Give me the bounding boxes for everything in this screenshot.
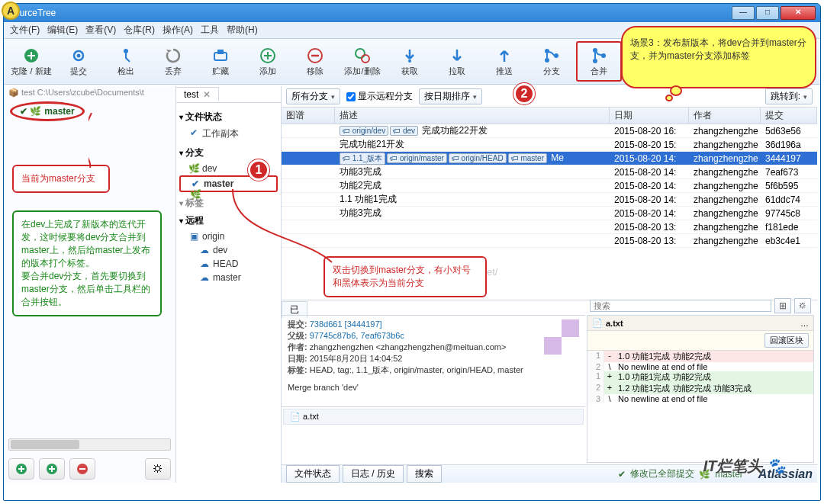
diff-hunk-header: 回滚区块 (587, 331, 813, 351)
col-author[interactable]: 作者 (689, 108, 761, 124)
status-tab-filestate[interactable]: 文件状态 (286, 465, 340, 483)
watermark-author: IT烂笔头 🐾 (703, 456, 786, 477)
tree-sec-branches[interactable]: 分支 (179, 146, 278, 159)
titlebar[interactable]: SourceTree — □ ✕ (4, 4, 820, 22)
filter-sort[interactable]: 按日期排序 (419, 88, 482, 104)
maximize-button[interactable]: □ (756, 6, 779, 20)
changed-file[interactable]: 📄 a.txt (283, 409, 584, 425)
tool-checkout[interactable]: 检出 (103, 43, 149, 80)
col-graph[interactable]: 图谱 (282, 108, 335, 124)
svg-rect-5 (217, 50, 224, 54)
diff-line: 2\No newline at end of file (587, 362, 813, 371)
repo-tab[interactable]: test✕ (176, 87, 219, 101)
svg-point-10 (408, 59, 411, 63)
col-date[interactable]: 日期 (610, 108, 689, 124)
menu-edit[interactable]: 编辑(E) (47, 24, 78, 37)
svg-point-2 (77, 54, 81, 58)
status-tab-search[interactable]: 搜索 (407, 465, 442, 483)
status-tab-log[interactable]: 日志 / 历史 (343, 465, 404, 483)
svg-point-15 (593, 59, 597, 63)
left-bottom-controls: ⛭ (8, 458, 171, 480)
window-controls: — □ ✕ (732, 6, 816, 20)
diff-options-icon[interactable]: ⊞ (774, 298, 791, 313)
badge-1: 1 (248, 159, 269, 181)
tool-push[interactable]: 推送 (481, 43, 527, 80)
btn-db-add[interactable] (8, 458, 34, 480)
chk-show-remote[interactable]: 显示远程分支 (346, 90, 413, 103)
diff-line: 3\No newline at end of file (587, 394, 813, 403)
tool-branch[interactable]: 分支 (529, 43, 575, 80)
diff-search-input[interactable] (590, 300, 771, 312)
diff-panel: 📄 a.txt … 回滚区块 1-1.0 功能1完成 功能2完成2\No new… (587, 315, 814, 463)
diff-file-header[interactable]: 📄 a.txt … (587, 316, 813, 331)
badge-2: 2 (513, 83, 535, 104)
cloud-scenario3: 场景3：发布新版本，将dev合并到master分支，并为master分支添加标签 (621, 26, 816, 99)
branch-icon: 🌿 (188, 163, 199, 174)
svg-point-9 (362, 55, 369, 63)
btn-remove[interactable] (69, 458, 95, 480)
tool-commit[interactable]: 提交 (56, 43, 101, 80)
commit-row[interactable]: 🏷 1.1_版本🏷 origin/master🏷 origin/HEAD🏷 ma… (282, 152, 817, 165)
tool-clone[interactable]: 克隆 / 新建 (8, 43, 54, 80)
svg-point-8 (356, 49, 365, 58)
commit-row[interactable]: 🏷 origin/dev🏷 dev 完成功能22开发2015-08-20 16:… (282, 124, 817, 138)
tab-strip: test✕ (176, 86, 281, 103)
menu-action[interactable]: 操作(A) (163, 24, 193, 37)
tool-add[interactable]: 添加 (245, 43, 291, 80)
tool-add-remove[interactable]: 添加/删除 (340, 43, 385, 80)
col-desc[interactable]: 描述 (335, 108, 610, 124)
tool-merge[interactable]: 合并 (576, 41, 622, 82)
repo-path: 📦 test C:\Users\zcube\Documents\t (4, 86, 175, 99)
svg-point-3 (124, 49, 128, 53)
changed-files: 📄 a.txt (282, 406, 585, 463)
current-branch-pill[interactable]: ✔ 🌿 master (10, 101, 85, 121)
svg-point-12 (545, 58, 549, 63)
commit-msg: Merge branch 'dev' (288, 382, 579, 393)
repo-tree: test✕ 文件状态 ✔工作副本 分支 🌿dev ✔🌿master 标签 远程 … (176, 86, 282, 483)
menu-repo[interactable]: 仓库(R) (124, 24, 155, 37)
tool-stash[interactable]: 贮藏 (198, 43, 243, 80)
callout-instructions: 在dev上完成了新版本的迭代开发，这时候要将dev分支合并到master上，然后… (12, 210, 162, 316)
diff-line: 2+1.2 功能1完成 功能2完成 功能3完成 (587, 383, 813, 394)
diff-line: 1+1.0 功能1完成 功能2完成 (587, 371, 813, 383)
left-scrollbar[interactable] (8, 438, 171, 454)
diff-line: 1-1.0 功能1完成 功能2完成 (587, 351, 813, 362)
commit-row[interactable]: 完成功能21开发2015-08-20 15:zhangzhengzhe36d19… (282, 138, 817, 152)
minimize-button[interactable]: — (732, 6, 755, 20)
menu-tools[interactable]: 工具 (201, 24, 219, 37)
close-button[interactable]: ✕ (781, 6, 816, 20)
btn-folder-add[interactable] (39, 458, 65, 480)
author-avatar (544, 319, 579, 355)
grid-header: 图谱 描述 日期 作者 提交 (282, 108, 817, 124)
col-commit[interactable]: 提交 (761, 108, 817, 124)
menu-view[interactable]: 查看(V) (85, 24, 116, 37)
diff-tools: ⊞ ⛭ (587, 297, 814, 315)
branch-icon: ✔🌿 (190, 178, 201, 200)
btn-settings-left[interactable]: ⛭ (145, 458, 171, 480)
filter-all-branches[interactable]: 所有分支 (286, 88, 340, 104)
status-ok-icon: ✔ (618, 469, 626, 480)
check-icon: ✔ (188, 127, 199, 138)
menu-help[interactable]: 帮助(H) (227, 24, 258, 37)
diff-body: 1-1.0 功能1完成 功能2完成2\No newline at end of … (587, 351, 813, 403)
tree-workcopy[interactable]: ✔工作副本 (179, 126, 278, 142)
tool-discard[interactable]: 丢弃 (150, 43, 196, 80)
commit-row[interactable]: 功能3完成2015-08-20 14:zhangzhengzhe7eaf673 (282, 165, 817, 179)
tool-fetch[interactable]: 获取 (387, 43, 433, 80)
tool-pull[interactable]: 拉取 (434, 43, 480, 80)
diff-settings-icon[interactable]: ⛭ (794, 298, 811, 313)
tree-sec-filestate[interactable]: 文件状态 (179, 111, 278, 124)
commit-detail: 提交: 738d661 [3444197] 父级: 97745c87b6, 7e… (282, 315, 585, 406)
menu-file[interactable]: 文件(F) (10, 24, 40, 37)
tab-close-icon[interactable]: ✕ (203, 89, 211, 100)
tool-remove[interactable]: 移除 (292, 43, 338, 80)
revert-hunk-button[interactable]: 回滚区块 (764, 333, 809, 348)
svg-point-11 (545, 49, 549, 53)
marker-A: A (2, 2, 20, 20)
